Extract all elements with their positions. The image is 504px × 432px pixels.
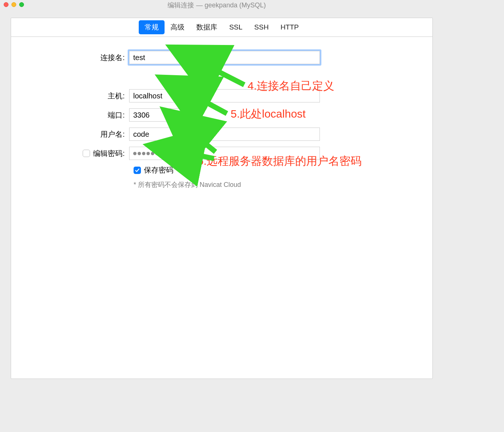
tab-general[interactable]: 常规 — [139, 20, 165, 34]
check-icon — [135, 168, 140, 173]
minimize-icon[interactable] — [11, 2, 16, 7]
password-input[interactable] — [129, 147, 320, 160]
tab-ssh[interactable]: SSH — [248, 21, 275, 34]
label-host: 主机: — [11, 91, 129, 101]
tab-ssl[interactable]: SSL — [223, 21, 248, 34]
window-titlebar: 编辑连接 — geekpanda (MySQL) — [0, 0, 434, 10]
zoom-icon[interactable] — [19, 2, 24, 7]
host-input[interactable] — [129, 89, 320, 102]
window-title: 编辑连接 — geekpanda (MySQL) — [0, 1, 434, 10]
save-password-checkbox[interactable] — [134, 167, 141, 174]
general-form: 连接名: 主机: 端口: 用户名: — [11, 37, 432, 189]
tab-http[interactable]: HTTP — [275, 21, 305, 34]
close-icon[interactable] — [4, 2, 8, 7]
label-username: 用户名: — [11, 129, 129, 139]
label-save-password: 保存密码 — [144, 165, 173, 175]
window-controls — [4, 2, 24, 7]
tab-advanced[interactable]: 高级 — [165, 20, 190, 34]
label-connection-name: 连接名: — [11, 53, 129, 63]
tab-database[interactable]: 数据库 — [190, 20, 223, 34]
label-port: 端口: — [11, 110, 129, 120]
edit-password-checkbox[interactable] — [83, 150, 90, 157]
connection-panel: 常规 高级 数据库 SSL SSH HTTP 连接名: 主机: 端口: — [11, 18, 433, 379]
cloud-password-hint: * 所有密码不会保存到 Navicat Cloud — [134, 180, 432, 189]
connection-name-input[interactable] — [129, 51, 320, 64]
port-input[interactable] — [129, 108, 180, 122]
tab-bar: 常规 高级 数据库 SSL SSH HTTP — [11, 18, 432, 37]
label-edit-password: 编辑密码: — [93, 149, 125, 158]
username-input[interactable] — [129, 128, 320, 141]
